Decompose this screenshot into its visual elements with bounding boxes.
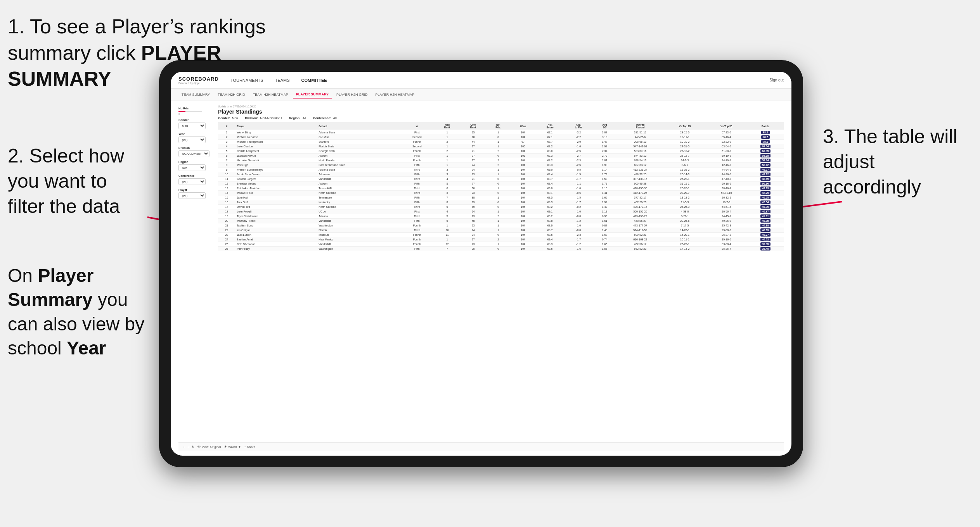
share-btn[interactable]: ↑ Share — [244, 445, 255, 449]
table-row: 18Luke PowellUCLAFirst424110469.1-1.01.1… — [218, 209, 784, 214]
table-cell: -0.5 — [564, 168, 593, 172]
nav-teams[interactable]: TEAMS — [275, 76, 290, 84]
year-select[interactable]: (All) — [178, 137, 206, 143]
table-cell: Vanderbilt — [317, 219, 400, 223]
table-cell: 8 — [434, 200, 460, 205]
undo-btn[interactable]: ← — [182, 445, 185, 449]
division-select[interactable]: NCAA Division I — [178, 150, 210, 157]
table-cell: 9 — [434, 205, 460, 209]
table-cell: 26-23-1 — [664, 242, 706, 247]
table-cell: 21 — [218, 223, 235, 228]
gender-select[interactable]: Men — [178, 123, 206, 129]
table-cell: Luke Powell — [235, 209, 317, 214]
table-cell: Christo Lamprecht — [235, 149, 317, 154]
table-cell: 0.96 — [593, 214, 616, 219]
table-cell: 20-56-4 — [706, 209, 747, 214]
watch-btn[interactable]: 👁 Watch ▼ — [224, 445, 241, 449]
table-cell: 11-5-3 — [664, 200, 706, 205]
table-cell: 2 — [486, 237, 510, 242]
conference-select[interactable]: (All) — [178, 178, 206, 185]
table-cell: 2 — [486, 214, 510, 219]
table-cell: 68.4 — [536, 181, 564, 186]
table-cell: 68.3 — [536, 200, 564, 205]
standings-table: # Player School Yr RegRank ConfRank No.R… — [218, 122, 784, 251]
table-cell: 1.79 — [593, 181, 616, 186]
division-label: Division — [178, 146, 213, 150]
tablet-screen: SCOREBOARD Powered by dippi TOURNAMENTS … — [171, 72, 791, 456]
region-select[interactable]: N/A — [178, 164, 206, 171]
refresh-btn[interactable]: ↻ — [192, 445, 194, 449]
table-cell: First — [400, 154, 434, 158]
table-cell: 58.42 — [747, 163, 784, 168]
table-cell: 23 — [460, 214, 486, 219]
player-select[interactable]: (All) — [178, 192, 206, 199]
table-cell: -1.7 — [564, 177, 593, 181]
table-row: 22Ian GilliganFloridaThird1024110468.7-0… — [218, 228, 784, 233]
table-cell: 3.07 — [593, 130, 616, 135]
table-cell: -1.0 — [564, 223, 593, 228]
table-cell: 19 — [218, 214, 235, 219]
table-cell: -3.2 — [564, 130, 593, 135]
table-cell: 1.47 — [593, 140, 616, 144]
table-row: 7Nicholas GabrelcikNorth FloridaFourth12… — [218, 158, 784, 163]
table-cell: 40.55 — [747, 195, 784, 200]
table-cell: 1 — [486, 130, 510, 135]
table-cell: 77 — [460, 181, 486, 186]
nav-tournaments[interactable]: TOURNAMENTS — [230, 76, 263, 84]
slider-track[interactable] — [178, 111, 202, 112]
table-cell: Tiger Christensen — [235, 214, 317, 219]
table-cell: 10-11-1 — [664, 237, 706, 242]
table-cell: 500-155-26 — [616, 209, 664, 214]
table-cell: 674-33-12 — [616, 154, 664, 158]
table-cell: 68.04 — [747, 144, 784, 149]
annotation-bottom: On Player Summary you can also view by s… — [8, 264, 155, 361]
view-original-btn[interactable]: 👁 View: Original — [197, 445, 221, 449]
table-cell: 5 — [434, 181, 460, 186]
table-cell: 6 — [218, 154, 235, 158]
tab-team-h2h-grid[interactable]: TEAM H2H GRID — [215, 91, 248, 98]
table-cell: 467-29-23 — [616, 200, 664, 205]
table-cell: 208-96-13 — [616, 140, 664, 144]
sign-out-link[interactable]: Sign out — [769, 78, 784, 82]
table-cell: -0.8 — [564, 228, 593, 233]
division-filter: Division: NCAA Division I — [245, 116, 282, 120]
table-row: 6Jackson KoivunAuburnFirst127010667.3-2.… — [218, 154, 784, 158]
table-cell: 2.72 — [593, 154, 616, 158]
table-cell: 7 — [434, 195, 460, 200]
table-cell: -1.1 — [564, 181, 593, 186]
table-cell: 44 — [460, 140, 486, 144]
table-cell: 3 — [218, 140, 235, 144]
col-conf-rank: ConfRank — [460, 122, 486, 130]
table-cell: 61-20-3 — [706, 149, 747, 154]
table-cell: 2 — [486, 163, 510, 168]
tab-team-summary[interactable]: TEAM SUMMARY — [178, 91, 213, 98]
table-cell: 452-96-12 — [616, 242, 664, 247]
no-rds-control: No Rds. 0 — [178, 107, 213, 115]
table-cell: 68.5 — [536, 195, 564, 200]
table-cell: 63-54-6 — [706, 144, 747, 149]
tab-player-summary[interactable]: PLAYER SUMMARY — [293, 91, 332, 98]
table-cell: Arkansas — [317, 172, 400, 177]
table-cell: 13-18-2 — [664, 195, 706, 200]
table-cell: 1 — [434, 163, 460, 168]
table-cell: 14-20-1 — [664, 233, 706, 237]
table-cell: -1.5 — [564, 172, 593, 177]
table-cell: Stanford — [317, 140, 400, 144]
table-cell: 5 — [218, 149, 235, 154]
table-row: 1Wenyi DingArizona StateFirst115110467.1… — [218, 130, 784, 135]
table-cell: 1.15 — [593, 186, 616, 191]
tab-team-h2h-heatmap[interactable]: TEAM H2H HEATMAP — [250, 91, 291, 98]
table-cell: 69.0 — [536, 186, 564, 191]
table-cell: 38.45 — [747, 247, 784, 251]
nav-committee[interactable]: COMMITTEE — [301, 76, 327, 84]
table-cell: 7 — [434, 247, 460, 251]
table-cell: 30 — [460, 186, 486, 191]
table-cell: 104 — [510, 209, 536, 214]
table-cell: Fifth — [400, 181, 434, 186]
slider-fill — [178, 111, 185, 112]
tab-player-h2h-grid[interactable]: PLAYER H2H GRID — [333, 91, 371, 98]
tab-player-h2h-heatmap[interactable]: PLAYER H2H HEATMAP — [372, 91, 417, 98]
table-cell: -0.8 — [564, 214, 593, 219]
redo-btn[interactable]: → — [187, 445, 190, 449]
table-cell: Third — [400, 228, 434, 233]
